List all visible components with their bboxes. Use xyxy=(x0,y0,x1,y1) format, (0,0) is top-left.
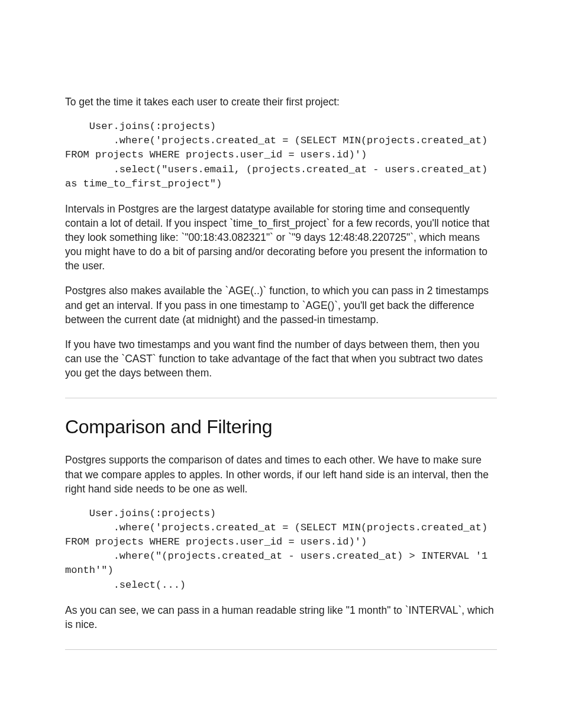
paragraph-age-function: Postgres also makes available the `AGE(.… xyxy=(65,284,497,326)
code-block-2: User.joins(:projects) .where('projects.c… xyxy=(65,507,497,592)
heading-comparison-filtering: Comparison and Filtering xyxy=(65,414,497,440)
section-divider-2 xyxy=(65,649,497,650)
paragraph-cast: If you have two timestamps and you want … xyxy=(65,337,497,380)
paragraph-interval-readable: As you can see, we can pass in a human r… xyxy=(65,603,497,632)
section-divider-1 xyxy=(65,398,497,398)
paragraph-intro: To get the time it takes each user to cr… xyxy=(65,95,497,109)
code-block-1: User.joins(:projects) .where('projects.c… xyxy=(65,120,497,191)
paragraph-comparison-intro: Postgres supports the comparison of date… xyxy=(65,453,497,495)
paragraph-intervals: Intervals in Postgres are the largest da… xyxy=(65,202,497,273)
